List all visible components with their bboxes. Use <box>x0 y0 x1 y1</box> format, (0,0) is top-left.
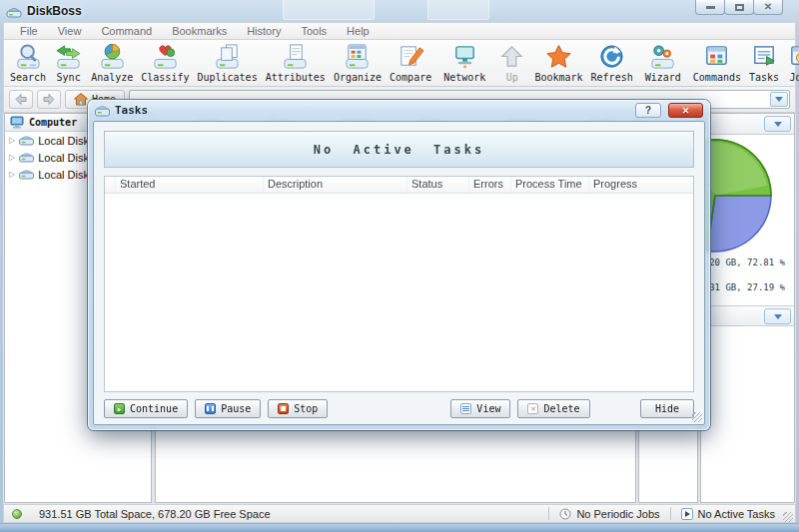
toolbar-button-commands[interactable]: Commands <box>689 41 745 85</box>
forward-button[interactable] <box>37 90 61 109</box>
tasks-dialog-footer: ▶ Continue Pause Stop View ✕ Delete <box>104 392 694 418</box>
disk-usage-pie-chart <box>700 136 775 256</box>
window-resize-grip[interactable] <box>783 512 793 522</box>
back-button[interactable] <box>9 90 33 109</box>
toolbar-button-up[interactable]: Up <box>493 41 530 85</box>
toolbar-label: Refresh <box>591 72 633 83</box>
delete-x-icon: ✕ <box>527 403 538 414</box>
compare-icon <box>397 43 425 72</box>
toolbar-button-network[interactable]: Network <box>439 41 489 85</box>
toolbar-button-duplicates[interactable]: Duplicates <box>193 41 261 85</box>
status-bar: 931.51 GB Total Space, 678.20 GB Free Sp… <box>3 504 796 523</box>
close-icon: ✕ <box>764 2 772 12</box>
tasks-dialog-titlebar[interactable]: Tasks ? ✕ <box>88 100 710 121</box>
expand-triangle-icon[interactable]: ▷ <box>9 171 15 179</box>
tree-item-label: Local Disk <box>38 169 89 181</box>
continue-label: Continue <box>130 403 178 414</box>
toolbar-button-attributes[interactable]: Attributes <box>262 41 330 85</box>
toolbar-button-wizard[interactable]: Wizard <box>641 41 685 85</box>
toolbar-label: Classify <box>141 72 189 83</box>
column-progress[interactable]: Progress <box>588 177 693 193</box>
wizard-icon <box>648 43 677 72</box>
status-led-icon <box>12 509 22 519</box>
hide-label: Hide <box>655 403 679 414</box>
statusbar-separator <box>548 507 549 520</box>
menu-history[interactable]: History <box>237 25 291 37</box>
menu-bar: File View Command Bookmarks History Tool… <box>3 22 796 40</box>
column-gutter <box>105 177 115 193</box>
toolbar-button-refresh[interactable]: Refresh <box>587 41 637 85</box>
toolbar-label: Organize <box>334 72 382 83</box>
usage-dropdown-button-2[interactable] <box>764 308 791 324</box>
chevron-down-icon <box>775 97 783 102</box>
disk-usage-panel: 678.20 GB, 72.81 % 253.31 GB, 27.19 % <box>700 113 795 503</box>
toolbar-label: Search <box>10 72 46 83</box>
toolbar-button-search[interactable]: Search <box>6 41 50 85</box>
stop-icon <box>278 403 289 414</box>
column-status[interactable]: Status <box>406 177 468 193</box>
column-started[interactable]: Started <box>115 177 263 193</box>
hide-button[interactable]: Hide <box>640 399 694 418</box>
toolbar-button-sync[interactable]: Sync <box>50 41 87 85</box>
dialog-resize-grip[interactable] <box>692 412 702 422</box>
delete-button[interactable]: ✕ Delete <box>517 399 589 418</box>
menu-bookmarks[interactable]: Bookmarks <box>162 25 237 37</box>
toolbar-button-jobs[interactable]: Jobs <box>783 41 799 85</box>
stop-button[interactable]: Stop <box>268 399 328 418</box>
menu-command[interactable]: Command <box>91 25 162 37</box>
sync-icon <box>54 43 83 72</box>
toolbar-button-bookmark[interactable]: Bookmark <box>530 41 586 85</box>
back-arrow-icon <box>15 94 27 105</box>
statusbar-separator <box>670 507 671 520</box>
tasks-table-body[interactable] <box>105 194 693 391</box>
menu-file[interactable]: File <box>10 25 48 37</box>
continue-button[interactable]: ▶ Continue <box>104 399 188 418</box>
address-dropdown-button[interactable] <box>770 92 788 107</box>
toolbar-label: Sync <box>57 72 81 83</box>
maximize-button[interactable] <box>724 0 754 15</box>
menu-help[interactable]: Help <box>337 25 380 37</box>
toolbar-label: Duplicates <box>197 72 257 83</box>
expand-triangle-icon[interactable]: ▷ <box>9 154 15 162</box>
toolbar-button-organize[interactable]: Organize <box>330 41 386 85</box>
computer-icon <box>10 116 24 129</box>
up-arrow-icon <box>497 43 526 72</box>
active-tasks-label: No Active Tasks <box>698 508 775 520</box>
dialog-close-button[interactable]: ✕ <box>668 103 703 118</box>
sidebar-header-label: Computer <box>29 117 77 128</box>
menu-tools[interactable]: Tools <box>291 25 337 37</box>
list-icon <box>460 403 471 414</box>
toolbar-button-tasks[interactable]: Tasks <box>745 41 783 85</box>
toolbar-label: Bookmark <box>534 72 582 83</box>
no-active-tasks-banner: No Active Tasks <box>104 131 694 168</box>
view-button[interactable]: View <box>450 399 510 418</box>
tasks-dialog: Tasks ? ✕ No Active Tasks Started Descri… <box>88 100 710 430</box>
tasks-dialog-icon <box>95 104 110 117</box>
toolbar-button-analyze[interactable]: Analyze <box>87 41 137 85</box>
usage-dropdown-button[interactable] <box>764 116 791 132</box>
minimize-button[interactable] <box>695 0 725 15</box>
pause-button[interactable]: Pause <box>195 399 261 418</box>
column-errors[interactable]: Errors <box>468 177 510 193</box>
close-button[interactable]: ✕ <box>753 0 783 15</box>
tree-item-label: Local Disk <box>38 152 89 164</box>
pause-label: Pause <box>221 403 251 414</box>
usage-panel-header <box>701 114 794 135</box>
window-titlebar[interactable]: DiskBoss ✕ <box>0 0 799 22</box>
play-icon: ▶ <box>114 403 125 414</box>
tasks-dialog-title: Tasks <box>115 104 630 117</box>
dialog-help-button[interactable]: ? <box>635 103 661 118</box>
diskboss-app-icon <box>6 3 22 19</box>
toolbar-button-compare[interactable]: Compare <box>386 41 435 85</box>
active-tasks-status[interactable]: No Active Tasks <box>677 508 779 520</box>
column-process-time[interactable]: Process Time <box>510 177 588 193</box>
periodic-jobs-status[interactable]: No Periodic Jobs <box>555 508 663 520</box>
forward-arrow-icon <box>43 94 55 105</box>
view-label: View <box>476 403 500 414</box>
toolbar-label: Network <box>443 72 485 83</box>
expand-triangle-icon[interactable]: ▷ <box>9 137 15 145</box>
column-description[interactable]: Description <box>263 177 406 193</box>
toolbar-label: Analyze <box>91 72 133 83</box>
menu-view[interactable]: View <box>48 25 92 37</box>
toolbar-button-classify[interactable]: Classify <box>137 41 193 85</box>
